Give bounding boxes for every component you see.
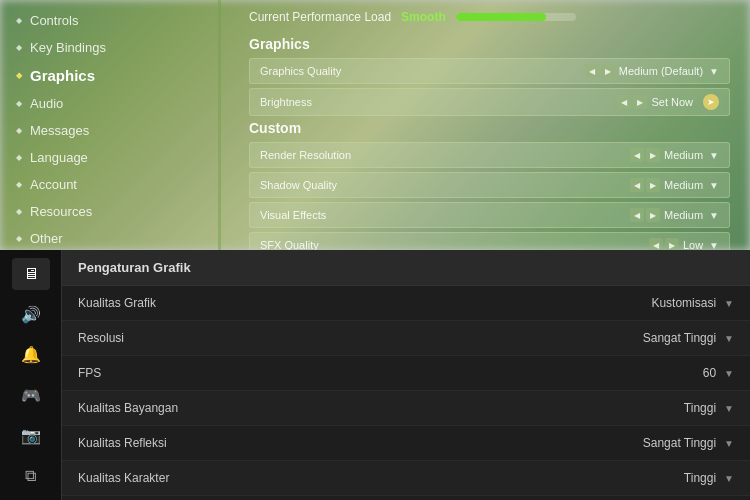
sidebar-item-keybindings[interactable]: ◆ Key Bindings — [0, 35, 210, 60]
sidebar-icon-camera[interactable]: 📷 — [12, 419, 50, 451]
row-label: SFX Quality — [260, 239, 649, 250]
bottom-row-label: Kualitas Grafik — [78, 296, 651, 310]
performance-bar: Current Performance Load Smooth — [249, 10, 730, 24]
section-title-graphics: Graphics — [249, 36, 730, 52]
divider — [218, 0, 221, 250]
bell-icon: 🔔 — [21, 345, 41, 364]
prev-arrow[interactable]: ◀ — [585, 64, 599, 78]
sidebar-label: Graphics — [30, 67, 95, 84]
row-value: Low — [683, 239, 703, 250]
bottom-row-label: Kualitas Bayangan — [78, 401, 684, 415]
dropdown-arrow-icon[interactable]: ▼ — [709, 210, 719, 221]
bullet-icon: ◆ — [16, 71, 22, 80]
prev-arrow[interactable]: ◀ — [630, 208, 644, 222]
sfx-quality-row: SFX Quality ◀ ▶ Low ▼ — [249, 232, 730, 250]
bullet-icon: ◆ — [16, 153, 22, 162]
bottom-row-value: Sangat Tinggi — [643, 436, 716, 450]
next-arrow[interactable]: ▶ — [646, 208, 660, 222]
prev-arrow[interactable]: ◀ — [649, 238, 663, 250]
arrows: ◀ ▶ — [630, 148, 660, 162]
row-value: Medium — [664, 209, 703, 221]
bottom-row-value: Tinggi — [684, 471, 716, 485]
row-value: Medium — [664, 179, 703, 191]
dropdown-arrow-icon[interactable]: ▼ — [724, 438, 734, 449]
dropdown-arrow-icon[interactable]: ▼ — [724, 473, 734, 484]
prev-arrow[interactable]: ◀ — [617, 95, 631, 109]
bullet-icon: ◆ — [16, 207, 22, 216]
bullet-icon: ◆ — [16, 180, 22, 189]
arrows: ◀ ▶ — [585, 64, 615, 78]
sidebar-icon-bell[interactable]: 🔔 — [12, 339, 50, 371]
sidebar-item-controls[interactable]: ◆ Controls — [0, 8, 210, 33]
dropdown-arrow-icon[interactable]: ▼ — [709, 66, 719, 77]
bottom-setting-row: Kualitas Refleksi Sangat Tinggi ▼ — [62, 426, 750, 461]
sidebar-item-messages[interactable]: ◆ Messages — [0, 118, 210, 143]
dropdown-arrow-icon[interactable]: ▼ — [709, 180, 719, 191]
bottom-row-label: Resolusi — [78, 331, 643, 345]
prev-arrow[interactable]: ◀ — [630, 148, 644, 162]
bottom-setting-row: Kualitas Grafik Kustomisasi ▼ — [62, 286, 750, 321]
visual-effects-row: Visual Effects ◀ ▶ Medium ▼ — [249, 202, 730, 228]
sidebar-item-resources[interactable]: ◆ Resources — [0, 199, 210, 224]
sidebar-item-graphics[interactable]: ◆ Graphics — [0, 62, 210, 89]
row-label: Render Resolution — [260, 149, 630, 161]
dropdown-arrow-icon[interactable]: ▼ — [724, 368, 734, 379]
top-content: ◆ Controls ◆ Key Bindings ◆ Graphics ◆ A… — [0, 0, 750, 250]
sidebar: ◆ Controls ◆ Key Bindings ◆ Graphics ◆ A… — [0, 0, 210, 250]
graphics-quality-row: Graphics Quality ◀ ▶ Medium (Default) ▼ — [249, 58, 730, 84]
monitor-icon: 🖥 — [23, 265, 39, 283]
bottom-main[interactable]: Pengaturan Grafik Kualitas Grafik Kustom… — [62, 250, 750, 500]
row-value: Medium — [664, 149, 703, 161]
bottom-panel-header: Pengaturan Grafik — [62, 250, 750, 286]
row-label: Brightness — [260, 96, 617, 108]
dropdown-arrow-icon[interactable]: ▼ — [709, 240, 719, 251]
bottom-setting-row: Detail Latar Tempat Sangat Tinggi ▼ — [62, 496, 750, 500]
arrows: ◀ ▶ — [630, 208, 660, 222]
sidebar-item-audio[interactable]: ◆ Audio — [0, 91, 210, 116]
camera-icon: 📷 — [21, 426, 41, 445]
arrows: ◀ ▶ — [617, 95, 647, 109]
dropdown-arrow-icon[interactable]: ▼ — [709, 150, 719, 161]
bullet-icon: ◆ — [16, 43, 22, 52]
prev-arrow[interactable]: ◀ — [630, 178, 644, 192]
sidebar-item-account[interactable]: ◆ Account — [0, 172, 210, 197]
dropdown-arrow-icon[interactable]: ▼ — [724, 333, 734, 344]
bottom-row-label: FPS — [78, 366, 703, 380]
sidebar-icon-speaker[interactable]: 🔊 — [12, 298, 50, 330]
sidebar-label: Other — [30, 231, 63, 246]
row-value: Set Now — [651, 96, 693, 108]
sidebar-label: Resources — [30, 204, 92, 219]
bottom-row-value: Tinggi — [684, 401, 716, 415]
dropdown-arrow-icon[interactable]: ▼ — [724, 403, 734, 414]
sidebar-item-language[interactable]: ◆ Language — [0, 145, 210, 170]
brightness-row: Brightness ◀ ▶ Set Now ➤ — [249, 88, 730, 116]
sidebar-icon-layers[interactable]: ⧉ — [12, 460, 50, 492]
dropdown-arrow-icon[interactable]: ▼ — [724, 298, 734, 309]
next-arrow[interactable]: ▶ — [601, 64, 615, 78]
next-arrow[interactable]: ▶ — [665, 238, 679, 250]
next-arrow[interactable]: ▶ — [633, 95, 647, 109]
layers-icon: ⧉ — [25, 467, 36, 485]
bottom-setting-row: Resolusi Sangat Tinggi ▼ — [62, 321, 750, 356]
perf-value: Smooth — [401, 10, 446, 24]
brightness-icon[interactable]: ➤ — [703, 94, 719, 110]
bottom-setting-row: FPS 60 ▼ — [62, 356, 750, 391]
shadow-quality-row: Shadow Quality ◀ ▶ Medium ▼ — [249, 172, 730, 198]
perf-label: Current Performance Load — [249, 10, 391, 24]
bottom-row-label: Kualitas Karakter — [78, 471, 684, 485]
sidebar-item-other[interactable]: ◆ Other — [0, 226, 210, 250]
controller-icon: 🎮 — [21, 386, 41, 405]
row-value: Medium (Default) — [619, 65, 703, 77]
settings-list: Kualitas Grafik Kustomisasi ▼ Resolusi S… — [62, 286, 750, 500]
bullet-icon: ◆ — [16, 16, 22, 25]
sidebar-label: Messages — [30, 123, 89, 138]
bullet-icon: ◆ — [16, 99, 22, 108]
row-label: Graphics Quality — [260, 65, 585, 77]
sidebar-icon-controller[interactable]: 🎮 — [12, 379, 50, 411]
next-arrow[interactable]: ▶ — [646, 178, 660, 192]
sidebar-icon-monitor[interactable]: 🖥 — [12, 258, 50, 290]
next-arrow[interactable]: ▶ — [646, 148, 660, 162]
row-label: Visual Effects — [260, 209, 630, 221]
sidebar-label: Controls — [30, 13, 78, 28]
perf-fill — [456, 13, 546, 21]
